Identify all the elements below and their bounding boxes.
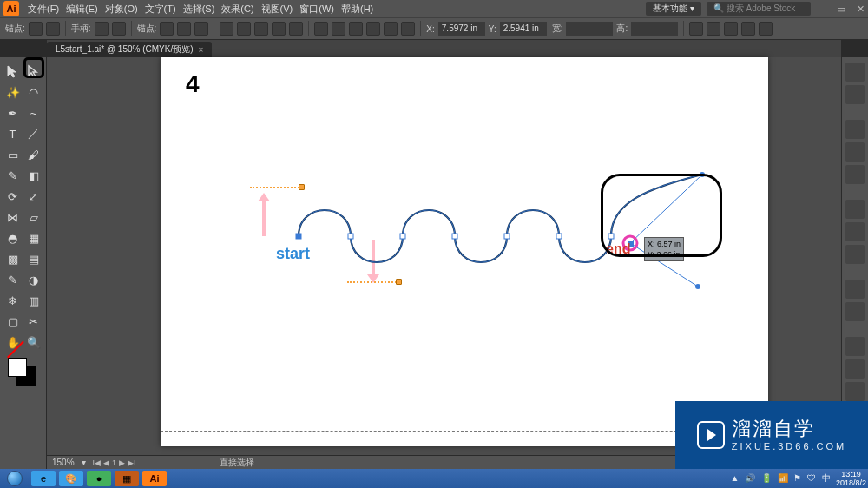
menu-effect[interactable]: 效果(C) [221,3,253,16]
menu-object[interactable]: 对象(O) [105,3,138,16]
window-close[interactable]: ✕ [852,1,868,16]
stock-search[interactable]: 🔍 搜索 Adobe Stock [707,2,811,16]
align-button-2[interactable] [272,22,286,36]
paintbrush-tool[interactable]: 🖌 [23,144,44,165]
tray-clock[interactable]: 13:19 2018/8/2 [836,470,866,487]
zoom-value[interactable]: 150% [52,458,75,467]
panel-appearance-icon[interactable] [845,280,865,299]
handle-btn-1[interactable] [95,22,108,36]
fill-swatch[interactable] [8,358,27,377]
anchor-connect-button[interactable] [194,22,208,36]
anchor-remove-button[interactable] [160,22,174,36]
panel-stroke-icon[interactable] [845,200,865,219]
panel-layers-icon[interactable] [845,337,865,356]
panel-color-icon[interactable] [845,63,865,82]
align-v3[interactable] [401,22,415,36]
anchor-cut-button[interactable] [177,22,191,36]
free-transform-tool[interactable]: ▱ [23,207,44,228]
eyedropper-tool[interactable]: ✎ [3,269,23,290]
handle-btn-2[interactable] [112,22,126,36]
gradient-tool[interactable]: ▤ [23,248,44,269]
shaper-tool[interactable]: ✎ [3,165,23,186]
window-minimize[interactable]: — [814,1,830,16]
curvature-tool[interactable]: ~ [23,102,44,123]
windows-taskbar[interactable]: e 🎨 ● ▦ Ai ▲ 🔊 🔋 📶 ⚑ 🛡 中 13:19 2018/8/2 [0,469,868,488]
lasso-tool[interactable]: ◠ [23,82,44,102]
task-app[interactable]: ▦ [115,471,139,486]
artboard-tool[interactable]: ▢ [3,311,23,332]
convert-smooth-button[interactable] [46,22,60,36]
next-artboard-icon[interactable]: ▶ [119,458,125,467]
shape-btn-3[interactable] [724,22,738,36]
panel-color-guide-icon[interactable] [845,85,865,104]
ref-point-button[interactable] [220,22,233,36]
start-button[interactable] [0,469,30,488]
rectangle-tool[interactable]: ▭ [3,144,23,165]
menu-help[interactable]: 帮助(H) [341,3,373,16]
canvas-area[interactable]: 4 sta [47,57,841,455]
shape-builder-tool[interactable]: ◓ [3,228,23,248]
shape-btn-4[interactable] [741,22,755,36]
menu-window[interactable]: 窗口(W) [299,3,334,16]
graph-tool[interactable]: ▥ [23,290,44,311]
workspace-switcher[interactable]: 基本功能 ▾ [646,2,701,16]
align-button-1[interactable] [254,22,268,36]
menu-file[interactable]: 文件(F) [28,3,59,16]
task-media[interactable]: 🎨 [59,471,83,486]
convert-corner-button[interactable] [29,22,43,36]
isolate-button[interactable] [237,22,251,36]
document-tab-close[interactable]: × [199,45,204,55]
window-restore[interactable]: ▭ [833,1,849,16]
scale-tool[interactable]: ⤢ [23,186,44,207]
task-illustrator[interactable]: Ai [142,471,167,486]
width-tool[interactable]: ⋈ [3,207,23,228]
prev-artboard-icon[interactable]: ◀ [103,458,109,467]
ctrl-w-value[interactable] [566,22,613,36]
symbol-sprayer-tool[interactable]: ❄ [3,290,23,311]
perspective-tool[interactable]: ▦ [23,228,44,248]
selection-tool[interactable] [3,61,23,82]
rotate-tool[interactable]: ⟳ [3,186,23,207]
mesh-tool[interactable]: ▩ [3,248,23,269]
last-artboard-icon[interactable]: ▶I [128,458,136,467]
panel-swatches-icon[interactable] [845,120,865,139]
shape-btn-2[interactable] [707,22,720,36]
panel-graphic-styles-icon[interactable] [845,302,865,321]
task-ie[interactable]: e [31,471,56,486]
fill-stroke-swatch[interactable] [8,358,39,386]
shape-btn-5[interactable] [759,22,773,36]
panel-transparency-icon[interactable] [845,245,865,264]
align-button-3[interactable] [289,22,303,36]
line-tool[interactable]: ／ [23,123,44,144]
align-h2[interactable] [332,22,345,36]
shape-btn-1[interactable] [689,22,703,36]
panel-gradient-icon[interactable] [845,222,865,241]
ctrl-x-value[interactable]: 7.5972 in [438,22,485,36]
ctrl-y-value[interactable]: 2.5941 in [500,22,547,36]
blend-tool[interactable]: ◑ [23,269,44,290]
align-v1[interactable] [366,22,380,36]
system-tray[interactable]: ▲ 🔊 🔋 📶 ⚑ 🛡 中 13:19 2018/8/2 [730,470,868,487]
align-h1[interactable] [314,22,328,36]
menu-type[interactable]: 文字(T) [145,3,176,16]
tray-icons[interactable]: ▲ 🔊 🔋 📶 ⚑ 🛡 中 [730,472,832,485]
pen-tool[interactable]: ✒ [3,102,23,123]
menu-select[interactable]: 选择(S) [183,3,215,16]
slice-tool[interactable]: ✂ [23,311,44,332]
align-h3[interactable] [349,22,363,36]
menu-view[interactable]: 视图(V) [261,3,293,16]
artboard-navigator[interactable]: I◀ ◀ 1 ▶ ▶I [93,458,136,467]
menu-edit[interactable]: 编辑(E) [66,3,98,16]
document-tab[interactable]: L5start_1.ai* @ 150% (CMYK/预览) × [47,42,212,57]
type-tool[interactable]: T [3,123,23,144]
panel-symbols-icon[interactable] [845,165,865,184]
artboard-index[interactable]: 1 [112,458,116,467]
align-v2[interactable] [384,22,398,36]
first-artboard-icon[interactable]: I◀ [93,458,102,467]
eraser-tool[interactable]: ◧ [23,165,44,186]
magic-wand-tool[interactable]: ✨ [3,82,23,102]
panel-brushes-icon[interactable] [845,142,865,162]
panel-asset-export-icon[interactable] [845,359,865,379]
ctrl-h-value[interactable] [631,22,678,36]
direct-selection-tool[interactable] [23,61,44,82]
